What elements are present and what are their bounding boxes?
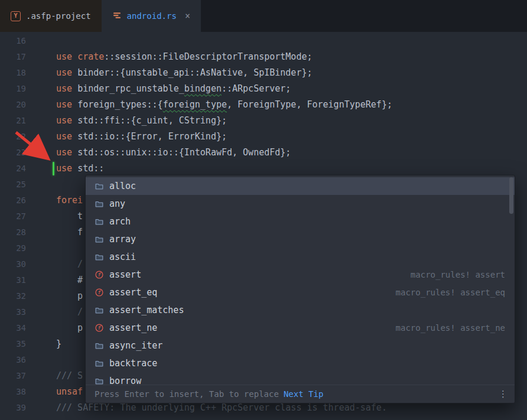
code-row: 20use foreign_types::{foreign_type, Fore… [0,97,527,113]
svg-text:f: f [97,289,101,295]
completion-label: async_iter [109,340,162,351]
code-line[interactable]: use crate::session::FileDescriptorTransp… [35,49,527,65]
macro-icon: f [94,323,104,333]
completion-detail: macro_rules! assert_eq [396,288,505,297]
completion-label: borrow [109,376,141,385]
completion-label: assert_ne [109,323,157,333]
code-row: 17use crate::session::FileDescriptorTran… [0,49,527,65]
line-number: 33 [0,304,35,320]
line-number: 35 [0,336,35,352]
line-number: 34 [0,320,35,336]
completion-detail: macro_rules! assert_ne [396,323,505,333]
line-number: 20 [0,97,35,113]
macro-icon: f [94,288,104,298]
code-line[interactable]: use std::ffi::{c_uint, CString}; [35,113,527,129]
line-number: 29 [0,240,35,256]
rust-file-icon [112,11,122,22]
completion-label: assert_eq [109,287,157,298]
module-icon [94,376,104,385]
module-icon [94,252,104,262]
completion-item[interactable]: backtrace [86,354,515,372]
completion-list: allocanyarcharrayasciifassertmacro_rules… [86,175,515,385]
line-number: 38 [0,384,35,400]
line-number: 24 [0,161,35,177]
line-number: 27 [0,209,35,224]
line-number: 30 [0,256,35,272]
line-number: 37 [0,368,35,384]
completion-item[interactable]: arch [86,213,515,230]
svg-text:f: f [97,324,101,331]
more-options-icon[interactable]: ⋮ [499,389,508,399]
text-caret [53,162,54,175]
completion-item[interactable]: async_iter [86,337,515,354]
tab-label: android.rs [127,11,177,21]
line-number: 32 [0,288,35,304]
module-icon [94,305,104,315]
module-icon [94,181,104,191]
code-row: 23use std::os::unix::io::{IntoRawFd, Own… [0,145,527,161]
completion-item[interactable]: fassertmacro_rules! assert [86,266,515,284]
line-number: 19 [0,81,35,97]
code-line[interactable]: use binder::{unstable_api::AsNative, SpI… [35,65,527,81]
completion-item[interactable]: array [86,230,515,248]
line-number: 39 [0,400,35,416]
line-number: 36 [0,352,35,368]
module-icon [94,341,104,351]
completion-item[interactable]: assert_matches [86,301,515,319]
code-row: 21use std::ffi::{c_uint, CString}; [0,113,527,129]
completion-item[interactable]: any [86,195,515,213]
line-number: 22 [0,129,35,145]
code-row: 19use binder_rpc_unstable_bindgen::ARpcS… [0,81,527,97]
code-line[interactable]: use std::os::unix::io::{IntoRawFd, Owned… [35,145,527,161]
completion-label: assert_matches [109,305,184,315]
editor-window: Y .asfp-project android.rs × 16 17use cr… [0,0,527,420]
code-row: 18use binder::{unstable_api::AsNative, S… [0,65,527,81]
line-number: 26 [0,193,35,209]
line-number: 23 [0,145,35,161]
code-line[interactable]: use foreign_types::{foreign_type, Foreig… [35,97,527,113]
line-number: 28 [0,224,35,240]
line-number: 17 [0,49,35,65]
completion-label: backtrace [109,358,157,369]
completion-item[interactable]: ascii [86,248,515,266]
line-number: 21 [0,113,35,129]
svg-text:f: f [97,271,101,278]
completion-label: array [109,234,136,245]
completion-item[interactable]: borrow [86,372,515,385]
code-line[interactable]: use std::io::{Error, ErrorKind}; [35,129,527,145]
code-line[interactable]: use std:: [35,161,527,177]
popup-scrollbar[interactable] [509,177,513,214]
code-line[interactable]: use binder_rpc_unstable_bindgen::ARpcSer… [35,81,527,97]
code-row: 22use std::io::{Error, ErrorKind}; [0,129,527,145]
completion-item[interactable]: fassert_nemacro_rules! assert_ne [86,319,515,337]
completion-popup: allocanyarcharrayasciifassertmacro_rules… [85,175,515,403]
line-number: 18 [0,65,35,81]
tab-android-rs[interactable]: android.rs × [102,0,201,32]
close-icon[interactable]: × [185,11,190,21]
completion-hint-bar: Press Enter to insert, Tab to replace Ne… [86,385,515,403]
completion-item[interactable]: fassert_eqmacro_rules! assert_eq [86,284,515,301]
tab-asfp-project[interactable]: Y .asfp-project [0,0,102,32]
completion-label: ascii [109,252,136,262]
macro-icon: f [94,270,104,280]
completion-label: any [109,198,125,209]
completion-label: arch [109,216,131,227]
code-row: 24use std:: [0,161,527,177]
y-file-icon: Y [11,11,21,21]
completion-item[interactable]: alloc [86,177,515,195]
tab-label: .asfp-project [26,11,91,21]
module-icon [94,235,104,245]
line-number: 31 [0,272,35,288]
tab-bar: Y .asfp-project android.rs × [0,0,527,32]
completion-label: assert [109,269,141,280]
code-line[interactable] [35,33,527,49]
completion-label: alloc [109,181,136,191]
line-number: 16 [0,33,35,49]
completion-detail: macro_rules! assert [411,270,505,279]
next-tip-link[interactable]: Next Tip [284,389,323,399]
module-icon [94,217,104,227]
module-icon [94,359,104,369]
module-icon [94,199,104,209]
code-row: 16 [0,33,527,49]
hint-text: Press Enter to insert, Tab to replace [95,389,279,399]
